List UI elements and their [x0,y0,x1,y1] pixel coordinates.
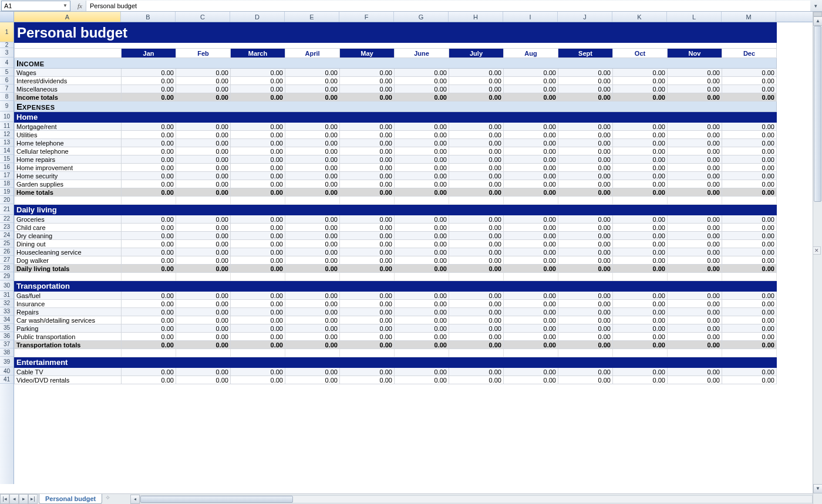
value-cell[interactable]: 0.00 [122,155,176,164]
value-cell[interactable]: 0.00 [449,155,504,164]
row-header-27[interactable]: 27 [0,256,14,264]
value-cell[interactable]: 0.00 [231,368,285,376]
value-cell[interactable]: 0.00 [722,164,777,172]
value-cell[interactable]: 0.00 [122,131,176,139]
value-cell[interactable]: 0.00 [395,232,449,240]
cell[interactable] [176,349,231,357]
value-cell[interactable]: 0.00 [340,232,395,240]
value-cell[interactable]: 0.00 [449,139,504,147]
value-cell[interactable]: 0.00 [285,123,340,131]
value-cell[interactable]: 0.00 [722,139,777,147]
value-cell[interactable]: 0.00 [558,77,613,85]
value-cell[interactable]: 0.00 [340,215,395,224]
vscroll-thumb[interactable] [814,26,821,202]
value-cell[interactable]: 0.00 [504,300,558,308]
value-cell[interactable]: 0.00 [722,69,777,77]
value-cell[interactable]: 0.00 [613,180,668,188]
month-header-dec[interactable]: Dec [722,49,777,58]
value-cell[interactable]: 0.00 [231,292,285,300]
new-sheet-icon[interactable]: ✧ [102,494,113,504]
value-cell[interactable]: 0.00 [504,376,558,384]
cell[interactable] [395,197,449,205]
value-cell[interactable]: 0.00 [231,240,285,248]
row-header-14[interactable]: 14 [0,147,14,155]
value-cell[interactable]: 0.00 [668,376,722,384]
value-cell[interactable]: 0.00 [558,333,613,341]
value-cell[interactable]: 0.00 [558,316,613,324]
value-cell[interactable]: 0.00 [231,256,285,265]
row-header-34[interactable]: 34 [0,316,14,324]
value-cell[interactable]: 0.00 [395,139,449,147]
value-cell[interactable]: 0.00 [285,308,340,316]
value-cell[interactable]: 0.00 [340,85,395,93]
value-cell[interactable]: 0.00 [668,292,722,300]
row-label[interactable]: Housecleaning service [15,248,122,256]
value-cell[interactable]: 0.00 [722,123,777,131]
value-cell[interactable]: 0.00 [122,139,176,147]
value-cell[interactable]: 0.00 [176,155,231,164]
value-cell[interactable]: 0.00 [558,240,613,248]
value-cell[interactable]: 0.00 [722,131,777,139]
cell[interactable] [668,197,722,205]
value-cell[interactable]: 0.00 [722,232,777,240]
scroll-up-button[interactable]: ▲ [813,16,822,26]
value-cell[interactable]: 0.00 [340,324,395,333]
month-header-march[interactable]: March [231,49,285,58]
value-cell[interactable]: 0.00 [340,300,395,308]
value-cell[interactable]: 0.00 [668,155,722,164]
value-cell[interactable]: 0.00 [668,93,722,102]
value-cell[interactable]: 0.00 [340,308,395,316]
cell[interactable] [558,273,613,281]
value-cell[interactable]: 0.00 [285,215,340,224]
value-cell[interactable]: 0.00 [558,324,613,333]
value-cell[interactable]: 0.00 [231,155,285,164]
cell[interactable] [285,197,340,205]
row-header-6[interactable]: 6 [0,76,14,84]
value-cell[interactable]: 0.00 [613,324,668,333]
cell[interactable] [15,273,122,281]
value-cell[interactable]: 0.00 [395,180,449,188]
value-cell[interactable]: 0.00 [668,248,722,256]
value-cell[interactable]: 0.00 [176,147,231,155]
row-label[interactable]: Video/DVD rentals [15,376,122,384]
category-header[interactable]: Home [15,112,777,123]
name-box[interactable]: A1 ▼ [1,1,70,11]
row-header-17[interactable]: 17 [0,171,14,180]
value-cell[interactable]: 0.00 [231,224,285,232]
value-cell[interactable]: 0.00 [722,180,777,188]
value-cell[interactable]: 0.00 [285,292,340,300]
value-cell[interactable]: 0.00 [504,324,558,333]
value-cell[interactable]: 0.00 [176,77,231,85]
value-cell[interactable]: 0.00 [722,300,777,308]
row-header-37[interactable]: 37 [0,340,14,349]
row-header-15[interactable]: 15 [0,155,14,163]
value-cell[interactable]: 0.00 [176,131,231,139]
value-cell[interactable]: 0.00 [558,248,613,256]
value-cell[interactable]: 0.00 [176,164,231,172]
value-cell[interactable]: 0.00 [122,368,176,376]
value-cell[interactable]: 0.00 [613,93,668,102]
row-header-23[interactable]: 23 [0,223,14,231]
value-cell[interactable]: 0.00 [613,123,668,131]
row-header-41[interactable]: 41 [0,376,14,384]
section-header[interactable]: INCOME [15,58,777,69]
cell[interactable] [504,273,558,281]
cell[interactable] [340,349,395,357]
value-cell[interactable]: 0.00 [668,180,722,188]
close-pane-icon[interactable]: ✕ [813,246,821,255]
value-cell[interactable]: 0.00 [231,215,285,224]
fx-icon[interactable]: fx [74,1,86,11]
value-cell[interactable]: 0.00 [176,69,231,77]
month-header-may[interactable]: May [340,49,395,58]
value-cell[interactable]: 0.00 [285,77,340,85]
row-label[interactable]: Income totals [15,93,122,102]
row-header-9[interactable]: 9 [0,101,14,111]
value-cell[interactable]: 0.00 [668,265,722,273]
value-cell[interactable]: 0.00 [122,248,176,256]
row-header-12[interactable]: 12 [0,130,14,138]
value-cell[interactable]: 0.00 [395,147,449,155]
value-cell[interactable]: 0.00 [340,69,395,77]
chevron-down-icon[interactable]: ▼ [63,3,68,8]
row-label[interactable]: Dry cleaning [15,232,122,240]
month-header-june[interactable]: June [395,49,449,58]
